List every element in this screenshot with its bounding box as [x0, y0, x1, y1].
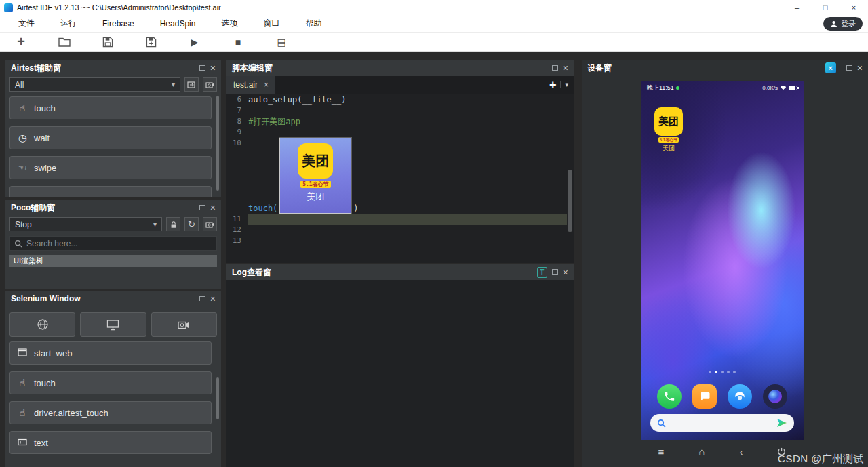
- log-toggle-button[interactable]: ▤: [274, 35, 289, 50]
- code-line: 8 #打开美图app: [226, 116, 574, 127]
- run-script-button[interactable]: ▶: [187, 35, 202, 50]
- code-editor[interactable]: 6 auto_setup(__file__) 7 8 #打开美图app 9 10…: [226, 94, 574, 263]
- log-panel-title: Log查看窗: [232, 267, 271, 278]
- selenium-action-start-web[interactable]: start_web: [9, 341, 212, 365]
- poco-search-bar: [9, 236, 217, 251]
- close-panel-icon[interactable]: ×: [210, 63, 216, 73]
- save-button[interactable]: [100, 35, 115, 50]
- login-button[interactable]: 登录: [823, 17, 863, 31]
- dock-browser-app[interactable]: [728, 384, 752, 409]
- dock-phone-app[interactable]: [657, 384, 682, 409]
- record-button[interactable]: [203, 77, 217, 92]
- touch-icon: ☝: [17, 377, 28, 388]
- phone-screen[interactable]: 晚上11:51 0.0K/s 美团 5.1省心节 美团: [641, 81, 804, 440]
- close-panel-icon[interactable]: ×: [210, 294, 216, 303]
- poco-mode-dropdown[interactable]: Stop ▾: [9, 217, 162, 231]
- menu-window[interactable]: 窗口: [250, 15, 292, 32]
- tab-list-dropdown[interactable]: ▾: [560, 81, 568, 88]
- airtest-action-partial[interactable]: [9, 186, 212, 197]
- airtest-scrollbar[interactable]: [216, 96, 219, 191]
- line-number: 11: [226, 214, 248, 225]
- airtest-action-swipe[interactable]: ☜ swipe: [9, 156, 212, 179]
- editor-scrollbar[interactable]: [568, 170, 572, 232]
- code-line-current: 11: [226, 214, 574, 225]
- menu-firebase[interactable]: Firebase: [90, 15, 147, 32]
- airtest-controls: All ▾: [5, 76, 221, 94]
- minimize-button[interactable]: –: [783, 0, 811, 15]
- meituan-app-icon: 美团: [654, 107, 683, 136]
- line-number: 10: [226, 138, 248, 149]
- line-number: 13: [226, 236, 248, 246]
- lock-button[interactable]: [166, 217, 180, 231]
- browser-globe-button[interactable]: [9, 312, 75, 337]
- close-panel-icon[interactable]: ×: [210, 203, 216, 212]
- float-panel-icon[interactable]: [846, 65, 852, 71]
- stop-script-button[interactable]: ■: [231, 35, 245, 50]
- home-app-meituan[interactable]: 美团 5.1省心节 美团: [650, 107, 687, 153]
- new-tab-button[interactable]: +: [549, 79, 557, 91]
- title-bar: Airtest IDE v1.2.13 ~~ C:\Users\Administ…: [0, 0, 868, 15]
- meituan-brand-text: 美团: [658, 115, 679, 128]
- float-panel-icon[interactable]: [552, 269, 558, 275]
- device-back-button[interactable]: ‹: [739, 447, 743, 457]
- ui-tree-root[interactable]: UI渲染树: [9, 255, 217, 267]
- assistant-icon: [776, 418, 787, 428]
- menu-run[interactable]: 运行: [47, 15, 90, 32]
- menu-headspin[interactable]: HeadSpin: [147, 15, 209, 32]
- airtest-action-touch[interactable]: ☝ touch: [9, 96, 212, 119]
- selenium-action-touch[interactable]: ☝ touch: [9, 371, 212, 394]
- airtest-filter-dropdown[interactable]: All ▾: [9, 77, 180, 92]
- close-panel-icon[interactable]: ×: [857, 63, 863, 73]
- dock-camera-app[interactable]: [763, 384, 787, 409]
- poco-capture-button[interactable]: [203, 217, 217, 231]
- line-number: 8: [226, 116, 248, 127]
- log-content[interactable]: [226, 280, 574, 467]
- airtest-assist-panel: Airtest辅助窗 × All ▾ ☝ touch ◷ wa: [5, 60, 221, 197]
- float-panel-icon[interactable]: [199, 296, 205, 301]
- refresh-button[interactable]: ↻: [184, 217, 199, 231]
- open-script-button[interactable]: [57, 35, 72, 50]
- selenium-action-text[interactable]: text: [9, 431, 212, 454]
- menu-file[interactable]: 文件: [5, 15, 47, 32]
- selenium-panel-title: Selenium Window: [11, 294, 81, 303]
- new-script-button[interactable]: +: [14, 35, 28, 50]
- status-green-dot: [676, 86, 679, 90]
- float-panel-icon[interactable]: [552, 65, 558, 71]
- close-panel-icon[interactable]: ×: [563, 63, 568, 73]
- device-toolbar-icon[interactable]: ×: [825, 62, 836, 73]
- poco-controls: Stop ▾ ↻: [5, 216, 221, 234]
- airtest-action-wait[interactable]: ◷ wait: [9, 126, 212, 149]
- device-menu-button[interactable]: ≡: [658, 447, 665, 457]
- menu-options[interactable]: 选项: [208, 15, 250, 32]
- float-panel-icon[interactable]: [199, 205, 205, 210]
- poco-search-input[interactable]: [26, 239, 212, 248]
- float-panel-icon[interactable]: [199, 65, 205, 71]
- meituan-app-icon: 美团: [298, 143, 333, 179]
- maximize-button[interactable]: □: [811, 0, 840, 15]
- line-number: 6: [226, 94, 248, 105]
- menu-help[interactable]: 帮助: [292, 15, 334, 32]
- folder-icon: [58, 37, 71, 47]
- line-number: 7: [226, 105, 248, 116]
- home-search-bar[interactable]: [650, 414, 794, 432]
- close-panel-icon[interactable]: ×: [563, 267, 568, 277]
- browser-window-button[interactable]: [80, 312, 146, 337]
- template-image-meituan[interactable]: 美团 5.1省心节 美团: [279, 138, 351, 214]
- wait-icon: ◷: [17, 132, 28, 143]
- selenium-scrollbar[interactable]: [216, 377, 219, 419]
- save-as-button[interactable]: [144, 35, 159, 50]
- tab-close-icon[interactable]: ×: [264, 80, 269, 90]
- current-line-highlight: [248, 214, 567, 225]
- close-button[interactable]: ×: [840, 0, 868, 15]
- insert-snapshot-button[interactable]: [184, 77, 199, 92]
- selenium-action-driver-touch[interactable]: ☝ driver.airtest_touch: [9, 401, 212, 424]
- device-home-button[interactable]: ⌂: [698, 447, 705, 457]
- log-filter-icon[interactable]: T: [537, 267, 547, 278]
- code-line: 12: [226, 225, 574, 236]
- browser-icon: [734, 390, 746, 403]
- browser-capture-button[interactable]: [151, 312, 217, 337]
- action-label: swipe: [34, 163, 56, 173]
- tab-test-air[interactable]: test.air ×: [226, 76, 275, 94]
- chat-icon: [698, 390, 711, 403]
- dock-messages-app[interactable]: [692, 384, 717, 409]
